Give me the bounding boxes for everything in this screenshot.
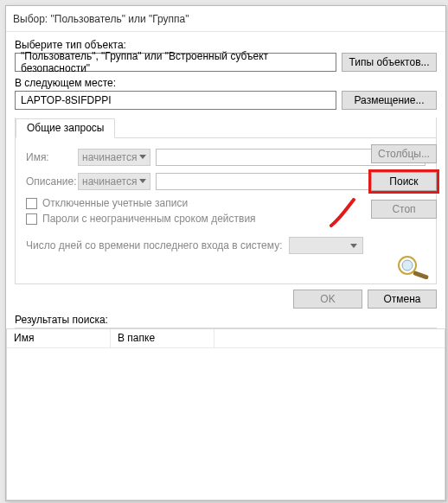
dialog-window: Выбор: "Пользователь" или "Группа" Выбер… — [5, 5, 446, 501]
results-label: Результаты поиска: — [6, 312, 445, 328]
location-field[interactable]: LAPTOP-8SIFDPPI — [15, 91, 336, 110]
search-graphic-icon — [395, 253, 432, 282]
object-type-label: Выберите тип объекта: — [15, 39, 437, 51]
chevron-down-icon — [139, 155, 146, 159]
name-label: Имя: — [26, 151, 78, 163]
tab-common-queries[interactable]: Общие запросы — [16, 118, 115, 138]
results-table[interactable]: Имя В папке — [6, 328, 445, 500]
object-types-button[interactable]: Типы объектов... — [342, 53, 437, 72]
columns-button[interactable]: Столбцы... — [371, 144, 437, 163]
column-name[interactable]: Имя — [7, 329, 111, 347]
object-type-field[interactable]: "Пользователь", "Группа" или "Встроенный… — [15, 53, 336, 72]
stop-button[interactable]: Стоп — [371, 200, 437, 219]
last-login-label: Число дней со времени последнего входа в… — [26, 239, 282, 252]
nonexpiring-pw-label: Пароли с неограниченным сроком действия — [42, 213, 256, 225]
svg-rect-2 — [413, 271, 429, 279]
side-buttons: Столбцы... Поиск Стоп — [371, 144, 437, 219]
nonexpiring-pw-checkbox[interactable] — [26, 213, 37, 225]
last-login-select[interactable] — [289, 237, 363, 254]
chevron-down-icon — [350, 244, 357, 248]
window-title: Выбор: "Пользователь" или "Группа" — [13, 13, 189, 25]
locations-button[interactable]: Размещение... — [342, 91, 437, 110]
find-now-button[interactable]: Поиск — [371, 172, 437, 191]
cancel-button[interactable]: Отмена — [368, 290, 437, 309]
chevron-down-icon — [139, 179, 146, 183]
column-folder[interactable]: В папке — [111, 329, 214, 347]
description-label: Описание: — [26, 175, 78, 188]
table-body[interactable] — [7, 348, 445, 500]
location-label: В следующем месте: — [15, 77, 437, 89]
ok-button[interactable]: OK — [293, 290, 362, 309]
location-value: LAPTOP-8SIFDPPI — [21, 94, 111, 106]
disabled-accounts-checkbox[interactable] — [26, 198, 37, 209]
table-header: Имя В папке — [7, 329, 445, 348]
name-match-select[interactable]: начинается с — [78, 149, 150, 166]
title-bar[interactable]: Выбор: "Пользователь" или "Группа" — [6, 6, 445, 32]
svg-point-1 — [402, 260, 413, 271]
dialog-buttons: OK Отмена — [6, 284, 445, 312]
object-type-value: "Пользователь", "Группа" или "Встроенный… — [21, 50, 330, 74]
disabled-accounts-label: Отключенные учетные записи — [42, 197, 188, 209]
description-match-select[interactable]: начинается с — [78, 173, 150, 190]
